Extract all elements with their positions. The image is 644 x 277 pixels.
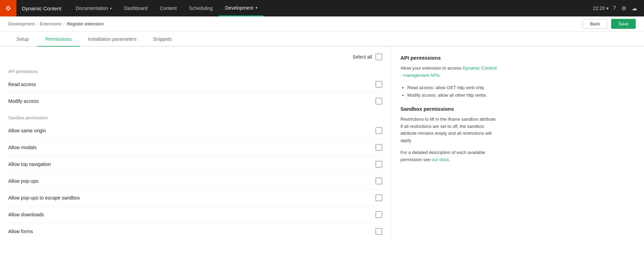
breadcrumb-register-extension: Register extension	[67, 21, 104, 26]
perm-checkbox-read-access[interactable]	[375, 81, 382, 88]
breadcrumb-sep-1: /	[37, 22, 38, 26]
help-icon[interactable]: ?	[611, 4, 617, 13]
sandbox-section-label: Sandbox permissions	[8, 109, 382, 122]
perm-row-popups-escape: Allow pop-ups to escape sandbox	[8, 190, 382, 206]
perm-checkbox-top-nav[interactable]	[375, 161, 382, 168]
nav-item-scheduling[interactable]: Scheduling	[183, 0, 219, 16]
app-name: Dynamic Content	[16, 5, 70, 11]
nav-item-dashboard[interactable]: Dashboard	[118, 0, 154, 16]
content-wrap: Select all API permissions Read access M…	[0, 47, 644, 240]
perm-checkbox-same-origin[interactable]	[375, 127, 382, 134]
perm-row-downloads: Allow downloads	[8, 206, 382, 223]
perm-row-modals: Allow modals	[8, 139, 382, 156]
nav-time: 22:20 ▾	[593, 5, 609, 11]
breadcrumb-extensions[interactable]: Extensions	[40, 21, 62, 26]
panel-api-list-item: Modify access: allow all other http verb…	[407, 92, 499, 99]
perm-checkbox-modify-access[interactable]	[375, 98, 382, 105]
panel-docs-text: For a detailed description of each avail…	[400, 149, 499, 164]
breadcrumb-actions: Back Save	[583, 19, 636, 29]
tab-permissions[interactable]: Permissions	[37, 32, 80, 47]
breadcrumb: Development / Extensions / Register exte…	[0, 16, 644, 32]
panel-sandbox-text: Restrictions to lift in the iframe sandb…	[400, 116, 499, 144]
select-all-row: Select all	[8, 47, 382, 63]
breadcrumb-development[interactable]: Development	[8, 21, 35, 26]
nav-item-documentation[interactable]: Documentation ▾	[70, 0, 118, 16]
api-section-label: API permissions	[8, 63, 382, 76]
right-panel: API permissions Allow your extension to …	[391, 47, 507, 240]
perm-label-popups: Allow pop-ups	[8, 178, 375, 184]
tab-setup[interactable]: Setup	[8, 32, 37, 47]
chevron-down-icon: ▾	[256, 6, 257, 10]
panel-api-intro: Allow your extension to access Dynamic C…	[400, 65, 499, 79]
chevron-down-icon: ▾	[606, 5, 609, 11]
nav-items: Documentation ▾ Dashboard Content Schedu…	[70, 0, 587, 16]
perm-row-top-nav: Allow top navigation	[8, 156, 382, 173]
perm-label-top-nav: Allow top navigation	[8, 161, 375, 167]
settings-icon[interactable]: ⚙	[620, 4, 628, 13]
sandbox-section: Sandbox permissions Allow same origin Al…	[8, 109, 382, 240]
perm-label-same-origin: Allow same origin	[8, 128, 375, 133]
perm-checkbox-downloads[interactable]	[375, 211, 382, 218]
panel-docs-link[interactable]: our docs	[432, 157, 449, 162]
perm-label-modals: Allow modals	[8, 145, 375, 150]
nav-right: 22:20 ▾ ? ⚙ ☁	[587, 4, 644, 13]
tab-installation-parameters[interactable]: Installation parameters	[80, 32, 145, 47]
perm-checkbox-popups-escape[interactable]	[375, 194, 382, 201]
perm-row-modify-access: Modify access	[8, 93, 382, 109]
perm-label-forms: Allow forms	[8, 229, 375, 234]
back-button[interactable]: Back	[583, 19, 607, 29]
panel-api-title: API permissions	[400, 55, 499, 61]
nav-item-development[interactable]: Development ▾	[219, 0, 263, 16]
save-button[interactable]: Save	[611, 19, 636, 29]
nav-item-content[interactable]: Content	[154, 0, 183, 16]
select-all-checkbox[interactable]	[375, 53, 382, 60]
perm-label-downloads: Allow downloads	[8, 212, 375, 217]
panel-sandbox-title: Sandbox permissions	[400, 106, 499, 112]
permissions-area: Select all API permissions Read access M…	[0, 47, 391, 240]
top-nav: Dynamic Content Documentation ▾ Dashboar…	[0, 0, 644, 16]
perm-row-popups: Allow pop-ups	[8, 173, 382, 190]
select-all-label: Select all	[352, 54, 372, 60]
panel-api-list-item: Read access: allow GET http verb only.	[407, 84, 499, 92]
perm-label-popups-escape: Allow pop-ups to escape sandbox	[8, 195, 375, 201]
perm-checkbox-forms[interactable]	[375, 228, 382, 235]
perm-row-forms: Allow forms	[8, 223, 382, 240]
svg-rect-1	[7, 7, 9, 9]
perm-checkbox-modals[interactable]	[375, 144, 382, 151]
api-section: API permissions Read access Modify acces…	[8, 63, 382, 109]
tabs-bar: Setup Permissions Installation parameter…	[0, 32, 644, 47]
chevron-down-icon: ▾	[110, 7, 112, 10]
perm-label-read-access: Read access	[8, 82, 375, 87]
app-logo	[0, 0, 16, 16]
panel-api-list: Read access: allow GET http verb only. M…	[400, 84, 499, 99]
perm-row-same-origin: Allow same origin	[8, 122, 382, 139]
breadcrumb-sep-2: /	[64, 22, 65, 26]
tab-snippets[interactable]: Snippets	[145, 32, 179, 47]
perm-label-modify-access: Modify access	[8, 98, 375, 104]
perm-checkbox-popups[interactable]	[375, 178, 382, 184]
perm-row-read-access: Read access	[8, 76, 382, 93]
save-cloud-icon[interactable]: ☁	[630, 4, 639, 13]
